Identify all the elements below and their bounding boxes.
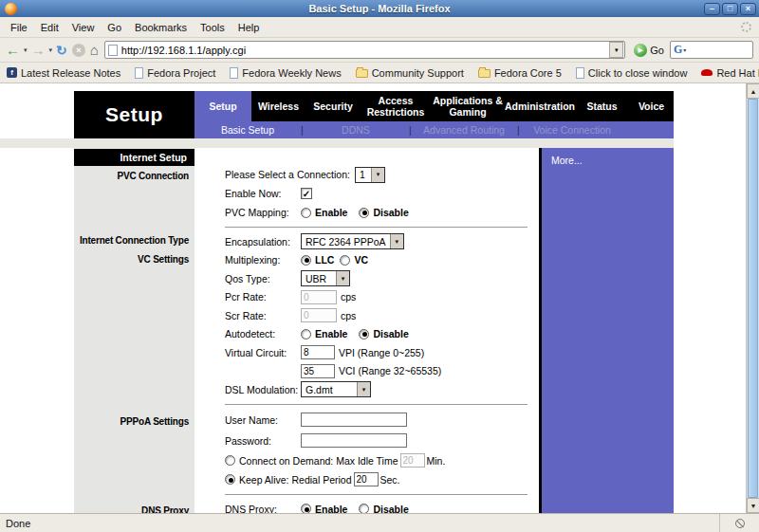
dns-proxy-row: DNS Proxy: Enable Disable (194, 500, 539, 514)
redial-period-input[interactable] (354, 472, 379, 486)
chevron-down-icon: ▾ (390, 234, 403, 248)
encapsulation-select[interactable]: RFC 2364 PPPoA▾ (301, 233, 404, 249)
router-page: Setup Setup Wireless Security Access Res… (74, 91, 674, 513)
more-link[interactable]: More... (551, 155, 583, 166)
sidebar-label-internet-connection-type: Internet Connection Type (80, 235, 189, 246)
pcr-input[interactable] (301, 290, 337, 304)
back-history-dropdown[interactable]: ▾ (23, 46, 28, 54)
vpi-row: Virtual Circuit: VPI (Range 0~255) (194, 343, 539, 362)
reload-button[interactable]: ↻ (54, 40, 69, 61)
bookmark-click-to-close-window[interactable]: Click to close window (576, 67, 688, 79)
max-idle-time-input[interactable] (400, 453, 425, 468)
scrollbar[interactable]: ▲ ▼ (746, 83, 759, 513)
scroll-down-button[interactable]: ▼ (747, 498, 759, 513)
pvc-mapping-label: PVC Mapping: (225, 207, 301, 218)
tab-status[interactable]: Status (575, 91, 629, 121)
home-button[interactable]: ⌂ (88, 40, 101, 61)
tab-wireless[interactable]: Wireless (251, 91, 305, 121)
menu-bookmarks[interactable]: Bookmarks (128, 20, 194, 35)
bookmark-community-support[interactable]: Community Support (356, 67, 464, 79)
dsl-select[interactable]: G.dmt▾ (301, 381, 371, 397)
help-panel: More... (539, 148, 674, 513)
url-dropdown-button[interactable]: ▾ (609, 42, 623, 58)
forward-button[interactable]: → (29, 40, 47, 61)
enable-now-checkbox[interactable] (301, 188, 312, 199)
scroll-up-button[interactable]: ▲ (747, 83, 759, 99)
url-input[interactable] (121, 45, 609, 56)
chevron-down-icon: ▾ (336, 271, 349, 285)
bookmark-fedora-core-5[interactable]: Fedora Core 5 (478, 67, 562, 79)
sidebar-label-vc-settings: VC Settings (138, 254, 189, 265)
qos-select[interactable]: UBR▾ (301, 270, 350, 286)
menu-edit[interactable]: Edit (34, 20, 65, 35)
stop-button[interactable]: × (70, 40, 87, 61)
stop-icon: × (72, 44, 85, 57)
dns-proxy-disable-radio[interactable] (359, 504, 369, 513)
connection-label: Please Select a Connection: (225, 169, 350, 180)
go-icon: ▶ (634, 44, 647, 57)
bookmark-fedora-project[interactable]: Fedora Project (135, 67, 215, 79)
forward-icon: → (31, 43, 46, 57)
bookmark-red-hat-magazine[interactable]: Red Hat Magazine (701, 67, 759, 79)
password-input[interactable] (301, 433, 407, 448)
menu-tools[interactable]: Tools (194, 20, 231, 35)
menu-bar: File Edit View Go Bookmarks Tools Help (0, 17, 759, 38)
close-button[interactable]: × (740, 3, 756, 15)
multiplexing-vc-radio[interactable] (340, 255, 350, 266)
subnav-voice-connection[interactable]: Voice Connection (519, 124, 625, 136)
google-icon: G (674, 43, 682, 57)
menu-help[interactable]: Help (231, 20, 267, 35)
autodetect-enable-radio[interactable] (301, 329, 311, 339)
dns-proxy-enable-label: Enable (315, 504, 347, 514)
settings-form: Please Select a Connection: 1▾ Enable No… (194, 148, 539, 513)
brand-logo: Setup (74, 91, 194, 138)
back-icon: ← (6, 43, 20, 57)
red-hat-icon (701, 69, 713, 76)
page-header: Setup Setup Wireless Security Access Res… (74, 91, 674, 138)
username-input[interactable] (301, 413, 407, 427)
scrollbar-thumb[interactable] (748, 99, 758, 498)
minimize-button[interactable]: – (704, 3, 720, 15)
menu-view[interactable]: View (65, 20, 102, 35)
bookmark-label: Click to close window (588, 67, 688, 79)
bookmark-latest-release-notes[interactable]: fLatest Release Notes (7, 67, 120, 79)
tab-security[interactable]: Security (305, 91, 361, 121)
vpi-input[interactable] (301, 345, 335, 359)
main-row: Internet Setup PVC Connection Internet C… (74, 148, 674, 513)
navigation-toolbar: ← ▾ → ▾ ↻ × ⌂ ▾ ▶ Go G ▾ (0, 38, 759, 63)
pvc-mapping-disable-radio[interactable] (359, 208, 369, 218)
menu-file[interactable]: File (4, 20, 34, 35)
go-button[interactable]: ▶ Go (629, 44, 669, 57)
subnav-basic-setup[interactable]: Basic Setup (194, 124, 301, 136)
tab-access-restrictions[interactable]: Access Restrictions (361, 91, 431, 121)
tab-setup[interactable]: Setup (194, 91, 251, 121)
multiplexing-vc-label: VC (354, 254, 368, 266)
menu-go[interactable]: Go (101, 20, 128, 35)
subnav-advanced-routing[interactable]: Advanced Routing (411, 124, 517, 136)
connect-on-demand-radio[interactable] (225, 455, 235, 466)
tab-voice[interactable]: Voice (629, 91, 674, 121)
section-divider (225, 227, 528, 228)
search-input[interactable] (687, 45, 750, 56)
tab-applications-gaming[interactable]: Applications & Gaming (431, 91, 505, 121)
keep-alive-radio[interactable] (225, 474, 235, 485)
blocked-popup-icon (735, 519, 745, 528)
tab-administration[interactable]: Administration (505, 91, 575, 121)
password-row: Password: (194, 431, 539, 451)
forward-history-dropdown[interactable]: ▾ (48, 46, 54, 54)
dns-proxy-enable-radio[interactable] (301, 504, 311, 513)
scr-input[interactable] (301, 308, 337, 322)
section-divider (225, 494, 528, 495)
subnav-ddns[interactable]: DDNS (303, 124, 409, 136)
bookmark-fedora-weekly-news[interactable]: Fedora Weekly News (230, 67, 341, 79)
pvc-mapping-enable-radio[interactable] (301, 208, 311, 218)
pcr-unit: cps (341, 291, 356, 303)
pvc-mapping-disable-label: Disable (373, 207, 408, 218)
connection-select[interactable]: 1▾ (355, 167, 385, 183)
maximize-button[interactable]: □ (722, 3, 738, 15)
multiplexing-llc-radio[interactable] (301, 255, 311, 266)
throbber-icon (741, 22, 751, 32)
vci-input[interactable] (301, 364, 335, 378)
autodetect-disable-radio[interactable] (359, 329, 369, 339)
back-button[interactable]: ← (4, 40, 22, 61)
